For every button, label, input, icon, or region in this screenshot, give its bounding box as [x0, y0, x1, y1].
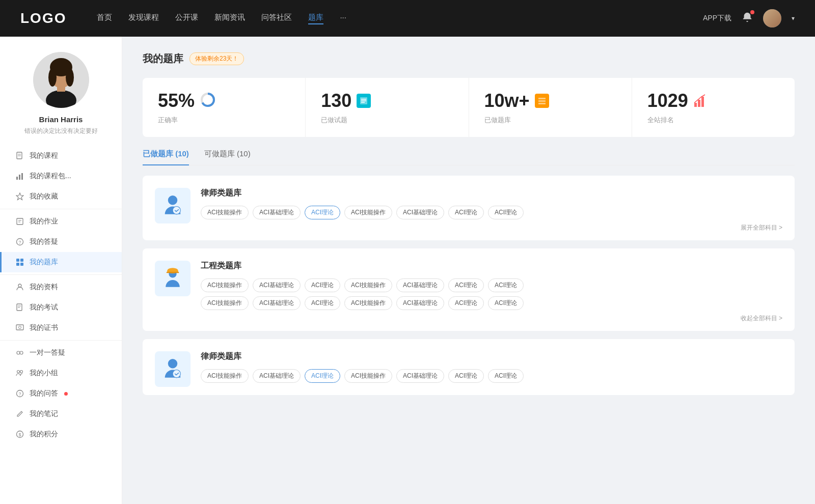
tag-5[interactable]: ACI基础理论: [396, 206, 444, 219]
svg-point-29: [17, 351, 20, 354]
nav-qa[interactable]: 问答社区: [261, 13, 292, 24]
eng-tag2-5[interactable]: ACI基础理论: [396, 296, 444, 310]
eng-tag2-1[interactable]: ACI技能操作: [201, 296, 249, 310]
eng-tag-4[interactable]: ACI技能操作: [344, 278, 392, 292]
sidebar-label-group: 我的小组: [30, 369, 58, 378]
eng-tag-5[interactable]: ACI基础理论: [396, 278, 444, 292]
nav-discover[interactable]: 发现课程: [128, 13, 159, 24]
tag-6[interactable]: ACI理论: [448, 206, 484, 219]
qbank-card-engineer: 工程类题库 ACI技能操作 ACI基础理论 ACI理论 ACI技能操作 ACI基…: [143, 248, 795, 331]
qbank-title-lawyer-2: 律师类题库: [201, 351, 782, 362]
avatar[interactable]: [763, 9, 781, 27]
eng-tag2-6[interactable]: ACI理论: [448, 296, 484, 310]
law2-tag-5[interactable]: ACI基础理论: [396, 369, 444, 383]
svg-point-30: [20, 351, 23, 354]
sidebar-label-myqa: 我的问答: [30, 389, 58, 398]
svg-text:?: ?: [18, 240, 21, 245]
stats-row: 55% 正确率 130: [143, 78, 795, 137]
stat-accuracy-top: 55%: [158, 90, 290, 111]
sheet-icon: [357, 94, 371, 108]
sidebar-item-qa[interactable]: ? 我的答疑: [0, 232, 122, 252]
eng-tag2-7[interactable]: ACI理论: [488, 296, 524, 310]
eng-tag-2[interactable]: ACI基础理论: [253, 278, 301, 292]
law2-tag-2[interactable]: ACI基础理论: [253, 369, 301, 383]
sidebar-menu: 我的课程 我的课程包... 我的收藏: [0, 146, 122, 444]
law2-tag-4[interactable]: ACI技能操作: [344, 369, 392, 383]
nav-news[interactable]: 新闻资讯: [214, 13, 245, 24]
star-icon: [15, 192, 24, 201]
tabs-row: 已做题库 (10) 可做题库 (10): [143, 149, 795, 165]
nav-more[interactable]: ···: [340, 13, 346, 24]
law2-tag-3-active[interactable]: ACI理论: [305, 369, 340, 383]
notification-bell[interactable]: [742, 12, 753, 25]
nav-open-course[interactable]: 公开课: [175, 13, 198, 24]
sidebar-item-exam[interactable]: 我的考试: [0, 297, 122, 318]
qbank-icon-lawyer: [155, 188, 191, 223]
qbank-title-engineer: 工程类题库: [201, 261, 782, 271]
qbank-card-lawyer-1: 律师类题库 ACI技能操作 ACI基础理论 ACI理论 ACI技能操作 ACI基…: [143, 176, 795, 240]
sidebar-item-cert[interactable]: 我的证书: [0, 318, 122, 338]
tab-available-banks[interactable]: 可做题库 (10): [204, 149, 251, 165]
lawyer-icon: [161, 194, 184, 217]
svg-rect-10: [16, 177, 18, 180]
sidebar-item-1on1[interactable]: 一对一答疑: [0, 343, 122, 363]
svg-point-31: [17, 371, 20, 373]
divider-2: [0, 274, 122, 275]
sidebar-item-profile[interactable]: 我的资料: [0, 277, 122, 297]
svg-rect-48: [701, 97, 704, 107]
sidebar-item-course[interactable]: 我的课程: [0, 146, 122, 166]
logo: LOGO: [20, 10, 66, 26]
stat-accuracy-value: 55%: [158, 90, 195, 111]
svg-marker-13: [16, 193, 23, 200]
eng-tag2-4[interactable]: ACI技能操作: [344, 296, 392, 310]
nav-home[interactable]: 首页: [97, 13, 112, 24]
svg-rect-22: [20, 263, 23, 266]
sidebar-item-favorites[interactable]: 我的收藏: [0, 186, 122, 207]
eng-tag-7[interactable]: ACI理论: [488, 278, 524, 292]
law2-tag-1[interactable]: ACI技能操作: [201, 369, 249, 383]
sidebar-item-myqa[interactable]: ? 我的问答: [0, 383, 122, 404]
svg-rect-54: [167, 272, 179, 273]
svg-rect-21: [16, 263, 19, 266]
eng-tag-1[interactable]: ACI技能操作: [201, 278, 249, 292]
sidebar-label-course: 我的课程: [30, 151, 58, 160]
eng-tag2-3[interactable]: ACI理论: [305, 296, 340, 310]
expand-link-engineer[interactable]: 收起全部科目 >: [201, 314, 782, 323]
expand-link-lawyer-1[interactable]: 展开全部科目 >: [201, 223, 782, 232]
qa-icon: ?: [15, 389, 24, 398]
tag-7[interactable]: ACI理论: [488, 206, 524, 219]
svg-rect-47: [698, 100, 700, 107]
sidebar-item-homework[interactable]: 我的作业: [0, 211, 122, 232]
eng-tag-6[interactable]: ACI理论: [448, 278, 484, 292]
svg-text:$: $: [18, 432, 21, 437]
tag-2[interactable]: ACI基础理论: [253, 206, 301, 219]
eng-tag-3[interactable]: ACI理论: [305, 278, 340, 292]
tag-1[interactable]: ACI技能操作: [201, 206, 249, 219]
app-download-link[interactable]: APP下载: [703, 14, 731, 23]
stat-accuracy: 55% 正确率: [143, 78, 306, 137]
sidebar-label-coursepack: 我的课程包...: [30, 172, 71, 181]
sidebar-item-qbank[interactable]: 我的题库: [0, 252, 122, 272]
svg-rect-19: [16, 259, 19, 262]
svg-text:?: ?: [18, 391, 21, 397]
tag-3-active[interactable]: ACI理论: [305, 206, 340, 219]
tab-done-banks[interactable]: 已做题库 (10): [143, 149, 189, 165]
sidebar-item-notes[interactable]: 我的笔记: [0, 404, 122, 424]
stat-rank-label: 全站排名: [647, 116, 779, 125]
tag-4[interactable]: ACI技能操作: [344, 206, 392, 219]
eng-tag2-2[interactable]: ACI基础理论: [253, 296, 301, 310]
chevron-down-icon[interactable]: ▾: [792, 15, 795, 22]
group-icon: [15, 369, 24, 378]
law2-tag-6[interactable]: ACI理论: [448, 369, 484, 383]
svg-point-32: [20, 371, 23, 373]
law2-tag-7[interactable]: ACI理论: [488, 369, 524, 383]
sidebar-item-points[interactable]: $ 我的积分: [0, 424, 122, 444]
sidebar-item-group[interactable]: 我的小组: [0, 363, 122, 383]
svg-point-4: [48, 68, 57, 87]
sidebar-item-coursepack[interactable]: 我的课程包...: [0, 166, 122, 186]
pencil-icon: [15, 409, 24, 418]
sidebar-label-homework: 我的作业: [30, 217, 58, 226]
nav-qbank[interactable]: 题库: [308, 13, 323, 24]
nav-links: 首页 发现课程 公开课 新闻资讯 问答社区 题库 ···: [97, 13, 683, 24]
svg-rect-43: [538, 98, 546, 99]
